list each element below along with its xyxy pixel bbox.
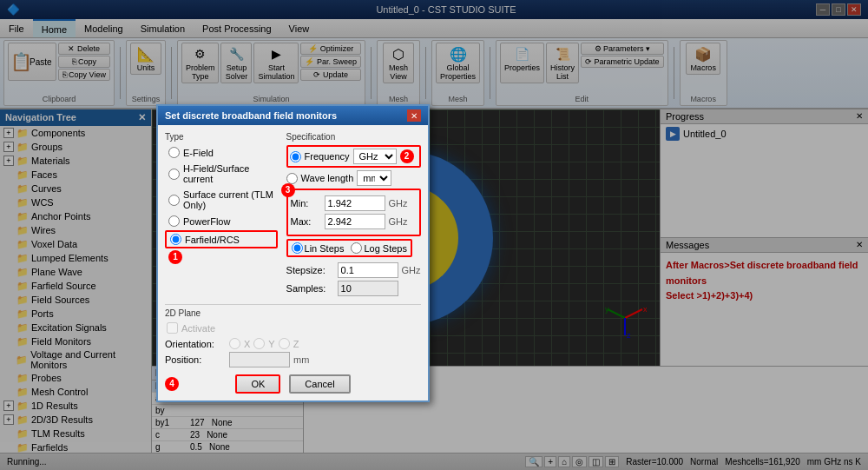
sidebar-item-farfield-source[interactable]: 📁Farfield Source bbox=[0, 279, 151, 293]
progress-item[interactable]: ▶ Untitled_0 bbox=[661, 124, 868, 143]
sidebar-item-tlm-results[interactable]: 📁TLM Results bbox=[0, 427, 151, 440]
sidebar-item-label: Field Sources bbox=[31, 295, 89, 305]
sidebar-item-materials[interactable]: +📁Materials bbox=[0, 154, 151, 168]
sidebar-item-label: Field Monitors bbox=[31, 336, 91, 347]
position-input[interactable] bbox=[229, 352, 290, 367]
copy-view-button[interactable]: ⎘ Copy View bbox=[58, 69, 110, 81]
sidebar-item-ports[interactable]: 📁Ports bbox=[0, 307, 151, 321]
sidebar-item-1d-results[interactable]: +📁1D Results bbox=[0, 399, 151, 413]
parameters-button[interactable]: ⚙ Parameters ▾ bbox=[581, 43, 664, 55]
sidebar-item-groups[interactable]: +📁Groups bbox=[0, 140, 151, 154]
sidebar-item-2d/3d-results[interactable]: +📁2D/3D Results bbox=[0, 413, 151, 427]
optimizer-button[interactable]: ⚡ Optimizer bbox=[300, 43, 361, 55]
sidebar-expand-icon[interactable]: + bbox=[3, 414, 14, 425]
annotation-2: 2 bbox=[400, 149, 414, 163]
sidebar-item-voltage-and-current-monitors[interactable]: 📁Voltage and Current Monitors bbox=[0, 348, 151, 371]
sidebar-item-mesh-control[interactable]: 📁Mesh Control bbox=[0, 385, 151, 399]
sidebar-item-label: Farfield Source bbox=[31, 281, 96, 291]
hfield-option[interactable]: H-Field/Surface current bbox=[165, 162, 278, 186]
sidebar-item-wires[interactable]: 📁Wires bbox=[0, 223, 151, 237]
menu-item-view[interactable]: View bbox=[280, 19, 319, 37]
sidebar-item-farfields[interactable]: 📁Farfields bbox=[0, 440, 151, 453]
sidebar-item-anchor-points[interactable]: 📁Anchor Points bbox=[0, 209, 151, 223]
sidebar-item-probes[interactable]: 📁Probes bbox=[0, 371, 151, 385]
annotation-3: 3 bbox=[281, 183, 295, 197]
sidebar-item-field-sources[interactable]: 📁Field Sources bbox=[0, 293, 151, 307]
zoom-controls[interactable]: 🔍 + ⌂ ◎ ◫ ⊞ bbox=[525, 456, 619, 467]
setup-solver-button[interactable]: 🔧 SetupSolver bbox=[220, 43, 252, 83]
sidebar-item-wcs[interactable]: 📁WCS bbox=[0, 195, 151, 209]
samples-input[interactable] bbox=[338, 281, 398, 296]
sidebar-expand-icon[interactable]: + bbox=[3, 128, 14, 138]
ribbon: 📋 Paste ✕ Delete ⎘ Copy ⎘ Copy View Clip… bbox=[0, 38, 868, 109]
ok-button[interactable]: OK bbox=[235, 374, 280, 394]
menu-item-home[interactable]: Home bbox=[33, 19, 76, 37]
log-steps-radio[interactable] bbox=[351, 242, 362, 254]
maximize-button[interactable]: □ bbox=[832, 3, 845, 16]
powerflow-option[interactable]: PowerFlow bbox=[165, 214, 278, 228]
macros-button[interactable]: 📦 Macros bbox=[686, 43, 720, 75]
par-sweep-button[interactable]: ⚡ Par. Sweep bbox=[300, 56, 361, 68]
minimize-button[interactable]: ─ bbox=[816, 3, 830, 16]
sidebar-expand-icon[interactable]: + bbox=[3, 142, 14, 152]
orient-z-radio[interactable] bbox=[279, 338, 290, 349]
sidebar-expand-icon[interactable]: + bbox=[3, 400, 14, 411]
modal-title-bar[interactable]: Set discrete broadband field monitors ✕ bbox=[158, 106, 428, 125]
menu-item-postprocessing[interactable]: Post Processing bbox=[194, 19, 279, 37]
type-section-label: Type bbox=[165, 132, 278, 142]
stepsize-input[interactable] bbox=[338, 262, 398, 278]
delete-button[interactable]: ✕ Delete bbox=[58, 43, 110, 55]
sidebar-item-plane-wave[interactable]: 📁Plane Wave bbox=[0, 265, 151, 279]
svg-text:x: x bbox=[643, 305, 647, 314]
history-list-button[interactable]: 📜 HistoryList bbox=[546, 43, 579, 83]
activate-checkbox[interactable] bbox=[167, 322, 178, 334]
mesh-view-button[interactable]: ⬡ MeshView bbox=[383, 43, 414, 83]
paste-button[interactable]: 📋 Paste bbox=[8, 43, 56, 81]
sidebar-item-label: Anchor Points bbox=[31, 211, 90, 222]
messages-panel-title: Messages bbox=[666, 240, 709, 250]
svg-line-0 bbox=[625, 309, 642, 318]
sidebar-item-components[interactable]: +📁Components bbox=[0, 126, 151, 140]
modal-close-button[interactable]: ✕ bbox=[407, 109, 421, 122]
menu-item-modeling[interactable]: Modeling bbox=[76, 19, 132, 37]
wavelength-unit-select[interactable]: mm bbox=[357, 170, 391, 186]
update-button[interactable]: ⟳ Update bbox=[300, 69, 361, 81]
wavelength-radio[interactable] bbox=[286, 173, 298, 184]
efield-option[interactable]: E-Field bbox=[165, 145, 278, 160]
sidebar-item-label: Farfields bbox=[31, 442, 68, 453]
start-simulation-button[interactable]: ▶ StartSimulation bbox=[253, 43, 299, 83]
sidebar-item-excitation-signals[interactable]: 📁Excitation Signals bbox=[0, 321, 151, 334]
sidebar-folder-icon: 📁 bbox=[16, 372, 29, 384]
sidebar-expand-icon[interactable]: + bbox=[3, 156, 14, 166]
cancel-button[interactable]: Cancel bbox=[289, 374, 350, 394]
surface-option[interactable]: Surface current (TLM Only) bbox=[165, 188, 278, 212]
sidebar-item-label: Excitation Signals bbox=[31, 322, 107, 333]
farfield-label: Farfield/RCS bbox=[185, 235, 240, 245]
sidebar-item-faces[interactable]: 📁Faces bbox=[0, 168, 151, 182]
frequency-radio[interactable] bbox=[290, 151, 301, 162]
max-input[interactable] bbox=[325, 214, 385, 229]
frequency-unit-select[interactable]: GHz MHz bbox=[353, 149, 397, 164]
units-button[interactable]: 📐 Units bbox=[130, 43, 161, 75]
properties-button[interactable]: 📄 Properties bbox=[500, 43, 544, 83]
farfield-option[interactable]: Farfield/RCS bbox=[165, 230, 278, 248]
sidebar-item-label: Faces bbox=[31, 169, 57, 180]
sidebar-folder-icon: 📁 bbox=[16, 308, 29, 320]
problem-type-button[interactable]: ⚙ ProblemType bbox=[181, 43, 220, 83]
sidebar-item-field-monitors[interactable]: 📁Field Monitors bbox=[0, 334, 151, 348]
global-properties-button[interactable]: 🌐 GlobalProperties bbox=[436, 43, 480, 83]
powerflow-label: PowerFlow bbox=[183, 216, 230, 227]
parametric-update-button[interactable]: ⟳ Parametric Update bbox=[581, 56, 664, 68]
menu-item-simulation[interactable]: Simulation bbox=[132, 19, 194, 37]
lin-steps-radio[interactable] bbox=[292, 242, 303, 254]
orient-y-radio[interactable] bbox=[253, 338, 265, 349]
orient-x-radio[interactable] bbox=[229, 338, 240, 349]
min-input[interactable] bbox=[325, 195, 385, 211]
menu-item-file[interactable]: File bbox=[0, 19, 33, 37]
close-button[interactable]: ✕ bbox=[847, 3, 861, 16]
sidebar-item-voxel-data[interactable]: 📁Voxel Data bbox=[0, 237, 151, 251]
copy-button[interactable]: ⎘ Copy bbox=[58, 56, 110, 68]
sidebar-item-curves[interactable]: 📁Curves bbox=[0, 182, 151, 195]
sidebar-folder-icon: 📁 bbox=[16, 238, 29, 250]
sidebar-item-lumped-elements[interactable]: 📁Lumped Elements bbox=[0, 251, 151, 265]
